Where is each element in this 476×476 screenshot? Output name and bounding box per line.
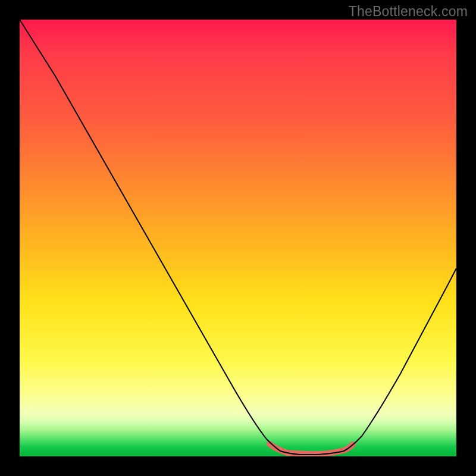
chart-frame: TheBottleneck.com bbox=[0, 0, 476, 476]
bottleneck-curve-path bbox=[20, 20, 456, 455]
valley-highlight-path bbox=[270, 444, 353, 454]
chart-svg bbox=[20, 20, 456, 456]
plot-area bbox=[20, 20, 456, 456]
watermark-label: TheBottleneck.com bbox=[349, 4, 468, 20]
